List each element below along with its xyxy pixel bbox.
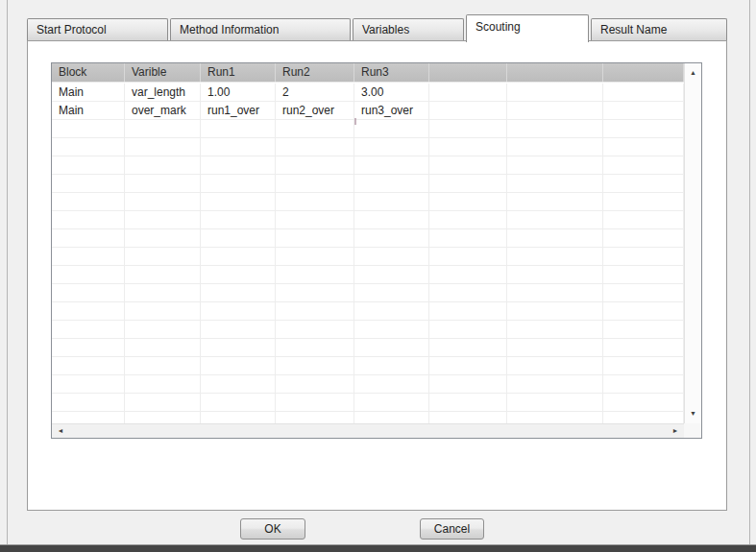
column-header: Run2 bbox=[276, 63, 354, 82]
table-row[interactable]: Mainvar_length1.0023.00 bbox=[52, 84, 684, 102]
table-empty-row bbox=[52, 321, 684, 339]
table-cell bbox=[354, 193, 429, 210]
table-cell bbox=[429, 284, 507, 301]
table-cell bbox=[201, 412, 276, 423]
table-cell bbox=[603, 302, 684, 320]
table-cell bbox=[429, 357, 507, 374]
scroll-up-icon[interactable]: ▲ bbox=[685, 66, 701, 80]
table-empty-row bbox=[52, 156, 684, 175]
table-cell bbox=[276, 175, 354, 192]
table-cell[interactable]: 1.00 bbox=[201, 84, 276, 101]
scouting-table: BlockVaribleRun1Run2Run3 Mainvar_length1… bbox=[51, 62, 702, 439]
table-cell bbox=[507, 266, 603, 283]
column-header: Run3 bbox=[354, 63, 429, 82]
table-cell bbox=[354, 138, 429, 156]
table-cell bbox=[52, 120, 125, 137]
table-cell bbox=[125, 248, 201, 265]
table-cell bbox=[276, 266, 354, 283]
table-cell[interactable]: Main bbox=[52, 102, 125, 119]
table-cell bbox=[125, 412, 201, 423]
table-cell bbox=[429, 375, 507, 393]
table-cell bbox=[125, 357, 201, 374]
table-cell[interactable]: 2 bbox=[276, 84, 354, 101]
tab-start-protocol[interactable]: Start Protocol bbox=[27, 18, 168, 40]
table-cell bbox=[276, 375, 354, 393]
table-cell[interactable]: 3.00 bbox=[354, 84, 429, 101]
scroll-right-icon[interactable]: ► bbox=[669, 424, 682, 438]
table-cell bbox=[52, 248, 125, 265]
cancel-button[interactable]: Cancel bbox=[420, 518, 484, 540]
table-cell bbox=[354, 412, 429, 423]
table-cell bbox=[507, 211, 603, 228]
table-cell bbox=[276, 339, 354, 356]
scroll-left-icon[interactable]: ◄ bbox=[54, 424, 67, 438]
table-cell bbox=[52, 339, 125, 356]
table-cell[interactable]: Main bbox=[52, 84, 125, 101]
ok-button[interactable]: OK bbox=[240, 518, 305, 540]
table-cell[interactable] bbox=[429, 102, 507, 119]
table-cell[interactable] bbox=[507, 84, 603, 101]
table-cell[interactable] bbox=[603, 84, 684, 101]
table-cell bbox=[603, 229, 684, 247]
column-header: Run1 bbox=[201, 63, 276, 82]
table-cell bbox=[603, 211, 684, 228]
table-empty-row bbox=[52, 248, 684, 266]
horizontal-scrollbar[interactable]: ◄ ► bbox=[52, 423, 684, 438]
table-cell[interactable]: run2_over bbox=[276, 102, 354, 119]
table-cell bbox=[354, 211, 429, 228]
table-cell bbox=[201, 357, 276, 374]
table-cell[interactable] bbox=[507, 102, 603, 119]
table-cell bbox=[125, 156, 201, 174]
tab-method-information[interactable]: Method Information bbox=[170, 18, 351, 40]
table-cell bbox=[52, 211, 125, 228]
table-cell[interactable]: over_mark bbox=[125, 102, 201, 119]
table-cell bbox=[507, 284, 603, 301]
table-cell bbox=[125, 138, 201, 156]
table-cell bbox=[354, 321, 429, 338]
table-cell bbox=[603, 266, 684, 283]
table-cell bbox=[507, 375, 603, 393]
table-cell[interactable]: run3_over bbox=[354, 102, 429, 119]
table-cell bbox=[276, 321, 354, 338]
column-header bbox=[429, 63, 507, 82]
table-cell bbox=[276, 284, 354, 301]
tab-scouting[interactable]: Scouting bbox=[466, 14, 589, 42]
table-cell bbox=[276, 211, 354, 228]
table-cell bbox=[429, 394, 507, 411]
table-cell bbox=[52, 357, 125, 374]
table-cell bbox=[507, 193, 603, 210]
table-cell[interactable] bbox=[603, 102, 684, 119]
window-left-border bbox=[7, 0, 8, 544]
table-cell bbox=[603, 248, 684, 265]
table-cell bbox=[201, 375, 276, 393]
tab-variables[interactable]: Variables bbox=[353, 18, 464, 40]
table-cell bbox=[276, 138, 354, 156]
table-empty-row bbox=[52, 375, 684, 394]
table-cell bbox=[507, 229, 603, 247]
tab-result-name[interactable]: Result Name bbox=[591, 18, 727, 40]
table-cell[interactable]: var_length bbox=[125, 84, 201, 101]
scroll-down-icon[interactable]: ▼ bbox=[685, 407, 701, 420]
column-header: Block bbox=[52, 63, 125, 82]
table-cell bbox=[354, 229, 429, 247]
scouting-dialog: { "dialog": { "active_tab": "Scouting" }… bbox=[0, 0, 756, 552]
table-cell[interactable] bbox=[429, 84, 507, 101]
table-cell bbox=[201, 284, 276, 301]
table-cell bbox=[52, 321, 125, 338]
table-cell bbox=[354, 156, 429, 174]
table-cell bbox=[201, 302, 276, 320]
table-cell bbox=[201, 175, 276, 192]
table-cell[interactable]: run1_over bbox=[201, 102, 276, 119]
tab-bar: Start ProtocolMethod InformationVariable… bbox=[27, 14, 727, 42]
table-cell bbox=[507, 248, 603, 265]
table-row[interactable]: Mainover_markrun1_overrun2_overrun3_over bbox=[52, 102, 684, 120]
table-empty-row bbox=[52, 266, 684, 284]
table-cell bbox=[354, 302, 429, 320]
table-cell bbox=[201, 321, 276, 338]
table-cell bbox=[354, 248, 429, 265]
table-cell bbox=[354, 175, 429, 192]
table-cell bbox=[125, 175, 201, 192]
vertical-scrollbar[interactable]: ▲ ▼ bbox=[684, 63, 701, 423]
table-cell bbox=[125, 211, 201, 228]
table-cell bbox=[429, 138, 507, 156]
